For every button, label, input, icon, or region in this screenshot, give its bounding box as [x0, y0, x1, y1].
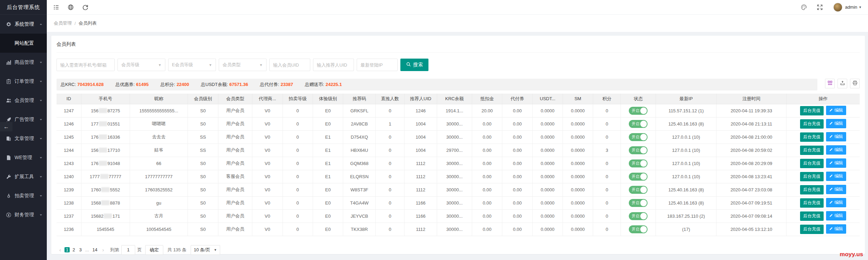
- palette-icon[interactable]: [801, 4, 807, 10]
- cell-ref_uid: 1112: [404, 223, 437, 236]
- cell-points: 0: [593, 170, 621, 183]
- member-level-select[interactable]: 会员等级▼: [118, 59, 165, 71]
- sidebar-item-订单管理[interactable]: 订单管理: [0, 72, 47, 91]
- status-toggle[interactable]: 开启: [629, 133, 648, 141]
- prev-page-icon[interactable]: ‹: [57, 247, 64, 253]
- recharge-button[interactable]: 后台充值: [800, 132, 824, 142]
- search-button[interactable]: 搜索: [400, 59, 428, 71]
- avatar[interactable]: [833, 3, 842, 12]
- status-toggle[interactable]: 开启: [629, 199, 648, 207]
- status-toggle[interactable]: 开启: [629, 120, 648, 128]
- chevron-down-icon: ▼: [158, 63, 162, 67]
- cell-code: 2AV8CB: [343, 117, 376, 130]
- cell-agent: V0: [252, 130, 283, 144]
- member-uid-input[interactable]: [273, 62, 306, 68]
- cell-status: 开启: [621, 117, 656, 130]
- edit-button[interactable]: 编辑: [826, 145, 846, 155]
- status-toggle[interactable]: 开启: [629, 173, 648, 181]
- e-member-level-select[interactable]: E会员等级▼: [168, 59, 216, 71]
- fullscreen-icon[interactable]: [817, 4, 823, 10]
- column-header-注册时间: 注册时间: [716, 94, 786, 104]
- recharge-button[interactable]: 后台充值: [800, 198, 824, 208]
- recharge-button[interactable]: 后台充值: [800, 146, 824, 155]
- cell-sm: 0.0000: [563, 157, 593, 170]
- per-page-select[interactable]: 10 条/页 ▼: [191, 245, 220, 255]
- user-dropdown-caret-icon[interactable]: ▼: [859, 6, 862, 9]
- sidebar-item-拍卖管理[interactable]: 拍卖管理: [0, 186, 47, 205]
- pagination: ‹ 123...14 › 到第 页 确定 共 135 条 10 条/页 ▼: [57, 245, 860, 255]
- sidebar-item-商品管理[interactable]: 商品管理: [0, 53, 47, 72]
- edit-button[interactable]: 编辑: [826, 211, 846, 220]
- cell-status: 开启: [621, 183, 656, 196]
- pencil-icon: [829, 148, 834, 153]
- member-type-select[interactable]: 会员类型▼: [219, 59, 267, 71]
- cell-nickname: gu: [130, 196, 188, 209]
- cell-krc: 30000...: [437, 157, 472, 170]
- menu-toggle-icon[interactable]: [53, 4, 59, 10]
- toggle-knob: [640, 173, 647, 180]
- export-button[interactable]: [837, 79, 847, 88]
- edit-button[interactable]: 编辑: [826, 172, 846, 181]
- cell-deduct: 0.00: [472, 196, 502, 209]
- recharge-button[interactable]: 后台充值: [800, 172, 824, 181]
- edit-button[interactable]: 编辑: [826, 198, 846, 207]
- cell-sm: 0.0000: [563, 170, 593, 183]
- sidebar-item-财务管理[interactable]: 财务管理: [0, 205, 47, 224]
- cell-actions: 后台充值编辑: [787, 157, 860, 170]
- edit-button-label: 编辑: [834, 173, 843, 179]
- member-level-select-label: 会员等级: [121, 62, 139, 68]
- jump-page-input[interactable]: [121, 245, 135, 255]
- status-toggle[interactable]: 开启: [629, 146, 648, 154]
- page-number-14[interactable]: 14: [91, 247, 99, 252]
- status-toggle[interactable]: 开启: [629, 107, 648, 115]
- sidebar-item-文章管理[interactable]: 文章管理: [0, 129, 47, 148]
- cell-nickname: 1005454545: [130, 223, 188, 236]
- cell-usdt: 0.0000: [532, 117, 563, 130]
- cell-agent: V0: [252, 223, 283, 236]
- sidebar-subitem-网站配置[interactable]: 网站配置: [0, 34, 47, 53]
- status-toggle[interactable]: 开启: [629, 212, 648, 220]
- cell-krc: 1914.1...: [437, 104, 472, 117]
- recharge-button[interactable]: 后台充值: [800, 225, 824, 234]
- sidebar-collapse-arrow-icon[interactable]: ←: [0, 122, 12, 131]
- edit-button[interactable]: 编辑: [826, 158, 846, 168]
- phone-blur-mask: [101, 187, 110, 192]
- sidebar-item-会员管理[interactable]: 会员管理: [0, 91, 47, 110]
- edit-button[interactable]: 编辑: [826, 132, 846, 141]
- sidebar-item-扩展工具[interactable]: 扩展工具: [0, 167, 47, 186]
- page-number-2[interactable]: 2: [71, 247, 76, 252]
- edit-button[interactable]: 编辑: [826, 224, 846, 234]
- page-number-3[interactable]: 3: [78, 247, 83, 252]
- cell-usdt: 0.0000: [532, 183, 563, 196]
- refresh-icon[interactable]: [82, 4, 88, 10]
- jump-suffix-label: 页: [137, 247, 142, 253]
- recharge-button[interactable]: 后台充值: [800, 106, 824, 115]
- phone-search-input[interactable]: [60, 62, 111, 68]
- latest-ip-input[interactable]: [361, 62, 394, 68]
- sidebar-item-label: 广告管理: [15, 116, 39, 123]
- next-page-icon[interactable]: ›: [99, 247, 107, 253]
- user-name[interactable]: admin: [845, 5, 857, 10]
- edit-button[interactable]: 编辑: [826, 106, 846, 115]
- recharge-button[interactable]: 后台充值: [800, 119, 824, 129]
- confirm-jump-button[interactable]: 确定: [145, 245, 163, 255]
- sidebar-item-系统管理[interactable]: 系统管理: [0, 15, 47, 34]
- print-button[interactable]: [850, 79, 860, 88]
- globe-icon[interactable]: [68, 4, 74, 10]
- edit-button[interactable]: 编辑: [826, 185, 846, 194]
- edit-button[interactable]: 编辑: [826, 119, 846, 128]
- status-toggle[interactable]: 开启: [629, 225, 648, 233]
- status-toggle[interactable]: 开启: [629, 186, 648, 194]
- page-number-1[interactable]: 1: [64, 247, 70, 252]
- cell-id: 1247: [57, 104, 81, 117]
- status-toggle[interactable]: 开启: [629, 159, 648, 167]
- recharge-button[interactable]: 后台充值: [800, 211, 824, 221]
- sidebar-item-WE管理[interactable]: WE管理: [0, 148, 47, 167]
- cell-agent: V0: [252, 117, 283, 130]
- referrer-uid-input[interactable]: [317, 62, 350, 68]
- recharge-button[interactable]: 后台充值: [800, 159, 824, 168]
- breadcrumb-parent[interactable]: 会员管理: [54, 20, 72, 26]
- recharge-button[interactable]: 后台充值: [800, 185, 824, 194]
- column-filter-button[interactable]: [825, 79, 835, 88]
- cell-phone: 15688878: [81, 196, 130, 209]
